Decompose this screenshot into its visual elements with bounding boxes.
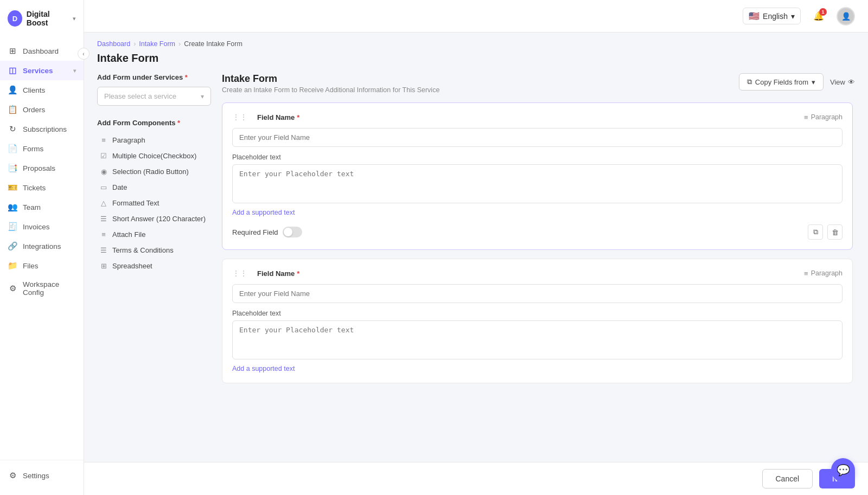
- proposals-icon: 📑: [8, 163, 17, 173]
- add-supported-text-2[interactable]: Add a supported text: [232, 365, 295, 372]
- placeholder-textarea-1[interactable]: [232, 164, 843, 203]
- sidebar-item-integrations[interactable]: 🔗 Integrations: [0, 236, 84, 256]
- sidebar-item-workspace-config[interactable]: ⚙ Workspace Config: [0, 275, 84, 301]
- add-supported-text-1[interactable]: Add a supported text: [232, 209, 295, 216]
- service-select-placeholder: Please select a service: [104, 92, 176, 100]
- sidebar-item-team[interactable]: 👥 Team: [0, 197, 84, 217]
- component-formatted-text[interactable]: △ Formatted Text: [97, 195, 211, 211]
- intake-form-info: Intake Form Create an Intake Form to Rec…: [222, 73, 439, 94]
- sidebar-label-services: Services: [23, 67, 68, 75]
- right-panel-actions: ⧉ Copy Fields from ▾ View 👁: [739, 73, 855, 91]
- cancel-button[interactable]: Cancel: [762, 469, 813, 488]
- sidebar-label-files: Files: [23, 262, 76, 270]
- dashboard-icon: ⊞: [8, 46, 17, 56]
- delete-button-1[interactable]: 🗑: [827, 224, 843, 240]
- language-selector[interactable]: 🇺🇸 English ▾: [743, 8, 801, 24]
- field-name-input-1[interactable]: [232, 128, 843, 147]
- placeholder-textarea-2[interactable]: [232, 320, 843, 359]
- sidebar-label-forms: Forms: [23, 145, 76, 153]
- sidebar-item-tickets[interactable]: 🎫 Tickets: [0, 178, 84, 197]
- component-radio-label: Selection (Radio Button): [112, 168, 189, 176]
- trash-icon: 🗑: [832, 228, 839, 236]
- sidebar-nav: ⊞ Dashboard ◫ Services ▾ 👤 Clients 📋 Ord…: [0, 37, 84, 495]
- required-field-label-1: Required Field: [232, 228, 278, 236]
- brand-name: Digital Boost: [27, 10, 68, 27]
- sidebar-brand[interactable]: D Digital Boost ▾: [0, 0, 84, 37]
- eye-icon: 👁: [848, 78, 855, 86]
- tickets-icon: 🎫: [8, 183, 17, 192]
- sidebar-item-dashboard[interactable]: ⊞ Dashboard: [0, 41, 84, 61]
- field-name-label-2: Field Name *: [257, 269, 299, 278]
- breadcrumb-dashboard[interactable]: Dashboard: [97, 40, 130, 48]
- sidebar-label-dashboard: Dashboard: [23, 47, 76, 55]
- topbar: 🇺🇸 English ▾ 🔔 1 👤: [84, 0, 868, 33]
- component-selection-radio[interactable]: ◉ Selection (Radio Button): [97, 164, 211, 179]
- language-label: English: [763, 12, 788, 21]
- component-formatted-label: Formatted Text: [112, 199, 159, 207]
- component-attach-file[interactable]: ≡ Attach File: [97, 227, 211, 242]
- chat-bubble[interactable]: 💬: [831, 458, 855, 482]
- form-cards-list: ⋮⋮ Field Name * ≡ Paragraph Place: [222, 102, 855, 383]
- team-icon: 👥: [8, 202, 17, 212]
- clients-icon: 👤: [8, 85, 17, 95]
- breadcrumb-intake-form[interactable]: Intake Form: [139, 40, 175, 48]
- copy-icon: ⧉: [747, 78, 752, 86]
- copy-chevron-icon: ▾: [812, 78, 815, 86]
- form-card-1: ⋮⋮ Field Name * ≡ Paragraph Place: [222, 102, 853, 250]
- form-card-2-type-label: Paragraph: [811, 269, 843, 277]
- sidebar-collapse-button[interactable]: ‹: [78, 48, 90, 60]
- component-short-answer[interactable]: ☰ Short Answer (120 Character): [97, 211, 211, 227]
- forms-icon: 📄: [8, 144, 17, 153]
- drag-handle-2[interactable]: ⋮⋮: [232, 269, 247, 278]
- sidebar-item-proposals[interactable]: 📑 Proposals: [0, 158, 84, 178]
- attach-file-icon: ≡: [99, 230, 108, 239]
- copy-fields-button[interactable]: ⧉ Copy Fields from ▾: [739, 73, 824, 91]
- component-multiple-choice[interactable]: ☑ Multiple Choice(Checkbox): [97, 148, 211, 164]
- field-name-label-1: Field Name *: [257, 113, 299, 121]
- required-toggle-1[interactable]: [283, 227, 302, 237]
- duplicate-button-1[interactable]: ⧉: [808, 224, 823, 240]
- form-card-1-type-label: Paragraph: [811, 113, 843, 121]
- service-select[interactable]: Please select a service ▾: [97, 87, 211, 106]
- bottom-bar: Cancel Ne: [84, 462, 868, 495]
- view-button[interactable]: View 👁: [830, 78, 855, 86]
- sidebar-item-settings[interactable]: ⚙ Settings: [0, 466, 84, 485]
- field-name-input-2[interactable]: [232, 284, 843, 303]
- form-card-1-footer: Required Field ⧉ 🗑: [232, 224, 843, 240]
- sidebar-item-invoices[interactable]: 🧾 Invoices: [0, 217, 84, 236]
- drag-handle-1[interactable]: ⋮⋮: [232, 113, 247, 121]
- components-section: Add Form Components * ≡ Paragraph ☑ Mult…: [97, 119, 211, 274]
- two-col-layout: Add Form under Services * Please select …: [84, 73, 868, 462]
- chat-icon: 💬: [837, 464, 850, 477]
- right-panel-header: Intake Form Create an Intake Form to Rec…: [222, 73, 855, 94]
- paragraph-icon: ≡: [99, 136, 108, 144]
- sidebar-label-subscriptions: Subscriptions: [23, 125, 76, 133]
- files-icon: 📁: [8, 261, 17, 271]
- sidebar-label-proposals: Proposals: [23, 164, 76, 172]
- sidebar-item-files[interactable]: 📁 Files: [0, 256, 84, 275]
- notification-bell[interactable]: 🔔 1: [809, 7, 828, 25]
- breadcrumb-current: Create Intake Form: [184, 40, 242, 48]
- sidebar-item-subscriptions[interactable]: ↻ Subscriptions: [0, 119, 84, 139]
- sidebar-item-forms[interactable]: 📄 Forms: [0, 139, 84, 158]
- sidebar-item-orders[interactable]: 📋 Orders: [0, 100, 84, 119]
- orders-icon: 📋: [8, 105, 17, 114]
- component-spreadsheet-label: Spreadsheet: [112, 262, 152, 270]
- component-paragraph[interactable]: ≡ Paragraph: [97, 132, 211, 148]
- intake-form-title: Intake Form: [222, 73, 439, 85]
- formatted-text-icon: △: [99, 199, 108, 207]
- services-icon: ◫: [8, 66, 17, 75]
- components-section-title: Add Form Components *: [97, 119, 211, 127]
- sidebar-label-workspace: Workspace Config: [23, 280, 76, 297]
- sidebar-item-clients[interactable]: 👤 Clients: [0, 80, 84, 100]
- component-terms[interactable]: ☰ Terms & Conditions: [97, 242, 211, 258]
- sidebar-label-clients: Clients: [23, 86, 76, 94]
- sidebar-item-services[interactable]: ◫ Services ▾: [0, 61, 84, 80]
- breadcrumb-sep-2: ›: [178, 40, 181, 48]
- component-spreadsheet[interactable]: ⊞ Spreadsheet: [97, 258, 211, 274]
- brand-chevron-icon: ▾: [73, 15, 76, 22]
- component-date[interactable]: ▭ Date: [97, 179, 211, 195]
- services-section-title: Add Form under Services *: [97, 73, 211, 81]
- user-avatar[interactable]: 👤: [837, 7, 855, 25]
- flag-icon: 🇺🇸: [749, 11, 760, 21]
